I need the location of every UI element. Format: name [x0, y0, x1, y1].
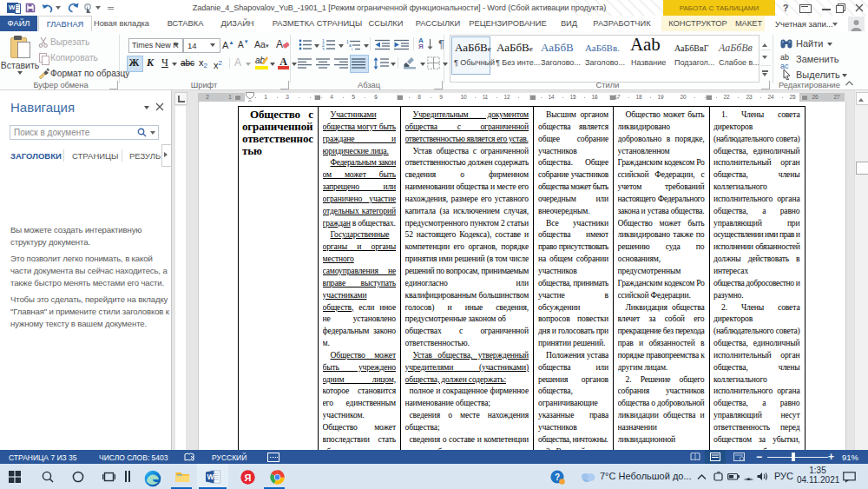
svg-text:i: i [352, 47, 352, 50]
svg-text:W: W [207, 472, 215, 481]
svg-text:?: ? [555, 472, 560, 482]
svg-text:3: 3 [322, 47, 325, 50]
svg-text:А: А [276, 38, 283, 50]
svg-text:Я: Я [245, 472, 252, 483]
